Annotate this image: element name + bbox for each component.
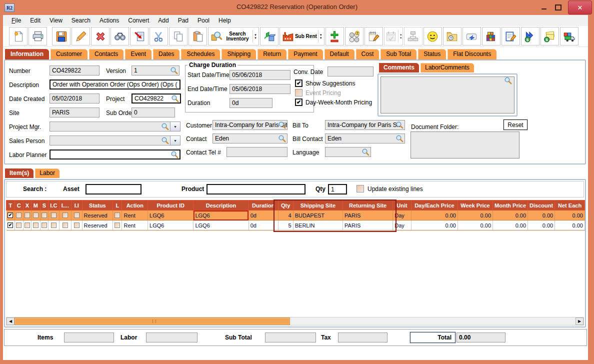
cell-duration[interactable]: 0d	[248, 210, 278, 220]
end-date-field[interactable]: 05/06/2018	[230, 84, 290, 94]
tab-contacts[interactable]: Contacts	[88, 48, 124, 60]
conv-date-field[interactable]	[328, 66, 374, 76]
project-field[interactable]: CO429822	[132, 94, 181, 104]
cell-week-price[interactable]: 0.00	[458, 210, 492, 220]
cell-returning-site[interactable]: PARIS	[343, 210, 393, 220]
contact-field[interactable]: Eden	[212, 134, 288, 144]
chevron-down-icon[interactable]: ▼▼	[398, 30, 402, 43]
bill-contact-field[interactable]: Eden	[325, 134, 405, 144]
menu-pool[interactable]: Pool	[193, 17, 214, 24]
duration-field[interactable]: 0d	[230, 98, 272, 108]
dwm-pricing-checkbox[interactable]	[295, 98, 302, 106]
column-header-ic[interactable]: I.C	[48, 200, 59, 210]
copy-icon[interactable]	[169, 27, 188, 46]
chevron-down-icon[interactable]: ▼▼	[252, 30, 257, 43]
column-header-month_price[interactable]: Month Price	[493, 200, 528, 210]
smiley-icon[interactable]	[424, 27, 442, 46]
cell-product-id[interactable]: LGQ6	[148, 220, 194, 230]
search-icon[interactable]	[161, 136, 169, 144]
find-icon[interactable]	[110, 27, 129, 46]
transfer-order-icon[interactable]	[130, 27, 148, 46]
comments-textarea[interactable]	[380, 76, 514, 114]
add-lines-icon[interactable]	[326, 27, 344, 46]
row-checkbox[interactable]	[51, 222, 56, 228]
tab-customer[interactable]: Customer	[50, 48, 88, 60]
customer-field[interactable]: Intra-Company for Paris Sit	[212, 120, 288, 130]
menu-file[interactable]: File	[7, 17, 26, 24]
scroll-left-icon[interactable]: ◀	[6, 318, 14, 325]
tab-items[interactable]: Item(s)	[4, 168, 34, 178]
tab-event[interactable]: Event	[124, 48, 152, 60]
cell-discount[interactable]: 0.00	[528, 210, 555, 220]
scrollbar-thumb[interactable]	[14, 318, 290, 325]
table-row[interactable]: ReservedRentLGQ6LGQ60d5BERLINPARISDay0.0…	[6, 220, 585, 230]
menu-convert[interactable]: Convert	[124, 17, 154, 24]
chevron-down-icon[interactable]: ▼▼	[318, 30, 322, 43]
row-checkbox[interactable]	[51, 212, 56, 218]
sub-rent-button[interactable]: Sub Rent▼▼	[280, 27, 324, 46]
search-icon[interactable]	[170, 66, 178, 74]
cell-unit[interactable]: Day	[393, 220, 412, 230]
menu-view[interactable]: View	[45, 17, 67, 24]
column-header-description[interactable]: Description	[194, 200, 248, 210]
tab-comments[interactable]: Comments	[378, 62, 420, 72]
column-header-day_each_price[interactable]: Day/Each Price	[411, 200, 458, 210]
column-header-m[interactable]: M	[32, 200, 40, 210]
chevron-down-icon[interactable]: ▼	[170, 122, 180, 131]
cell-qty[interactable]: 5	[278, 220, 293, 230]
date-created-field[interactable]: 05/02/2018	[50, 94, 100, 104]
row-checkbox[interactable]	[42, 222, 47, 228]
cell-week-price[interactable]: 0.00	[458, 220, 492, 230]
column-header-net_each[interactable]: Net Each	[555, 200, 585, 210]
calendar-icon[interactable]: ▼▼	[384, 27, 403, 46]
project-mgr-combo[interactable]: ▼	[50, 122, 180, 132]
search-icon[interactable]	[396, 121, 404, 129]
column-header-returning_site[interactable]: Returning Site	[343, 200, 393, 210]
version-field[interactable]: 1	[132, 66, 180, 76]
cell-qty[interactable]: 4	[278, 210, 293, 220]
delete-icon[interactable]	[91, 27, 110, 46]
menu-edit[interactable]: Edit	[26, 17, 45, 24]
edit-icon[interactable]	[72, 27, 90, 46]
tab-cost[interactable]: Cost	[356, 48, 380, 60]
tab-information[interactable]: Information	[4, 48, 50, 60]
cell-unit[interactable]: Day	[393, 210, 412, 220]
cell-net-each[interactable]: 0.00	[555, 220, 585, 230]
column-header-duration[interactable]: Duration	[248, 200, 278, 210]
folder-history-icon[interactable]	[443, 27, 462, 46]
bill-to-field[interactable]: Intra-Company for Paris Sit	[325, 120, 405, 130]
row-checkbox[interactable]	[8, 212, 13, 218]
cell-status[interactable]: Reserved	[82, 220, 113, 230]
row-checkbox[interactable]	[74, 222, 80, 228]
column-header-product_id[interactable]: Product ID	[148, 200, 194, 210]
column-header-week_price[interactable]: Week Price	[458, 200, 492, 210]
row-checkbox[interactable]	[24, 222, 30, 228]
site-field[interactable]: PARIS	[50, 108, 100, 118]
tab-status[interactable]: Status	[418, 48, 446, 60]
start-date-field[interactable]: 05/06/2018	[230, 70, 290, 80]
search-icon[interactable]	[170, 150, 178, 158]
column-header-s[interactable]: S	[40, 200, 48, 210]
search-icon[interactable]	[504, 76, 512, 84]
contact-tel-field[interactable]	[226, 147, 288, 157]
product-input[interactable]	[206, 184, 306, 194]
send-key-icon[interactable]	[462, 27, 481, 46]
search-icon[interactable]	[278, 134, 286, 142]
column-header-action[interactable]: Action	[122, 200, 148, 210]
cell-duration[interactable]: 0d	[248, 220, 278, 230]
forward-dollar-icon[interactable]: $	[521, 27, 540, 46]
language-field[interactable]	[325, 147, 371, 157]
menu-help[interactable]: Help	[214, 17, 236, 24]
column-header-shipping_site[interactable]: Shipping Site	[293, 200, 342, 210]
column-header-ii[interactable]: I.I	[71, 200, 82, 210]
new-document-icon[interactable]	[9, 27, 28, 46]
maximize-button[interactable]	[551, 1, 565, 14]
menu-pad[interactable]: Pad	[174, 17, 193, 24]
search-icon[interactable]	[278, 121, 286, 129]
search-icon[interactable]	[362, 148, 370, 156]
row-checkbox[interactable]	[42, 212, 47, 218]
cell-shipping-site[interactable]: BERLIN	[293, 220, 342, 230]
column-header-c[interactable]: C	[14, 200, 23, 210]
chevron-down-icon[interactable]: ▼	[170, 136, 180, 145]
tab-flat-discounts[interactable]: Flat Discounts	[447, 48, 497, 60]
